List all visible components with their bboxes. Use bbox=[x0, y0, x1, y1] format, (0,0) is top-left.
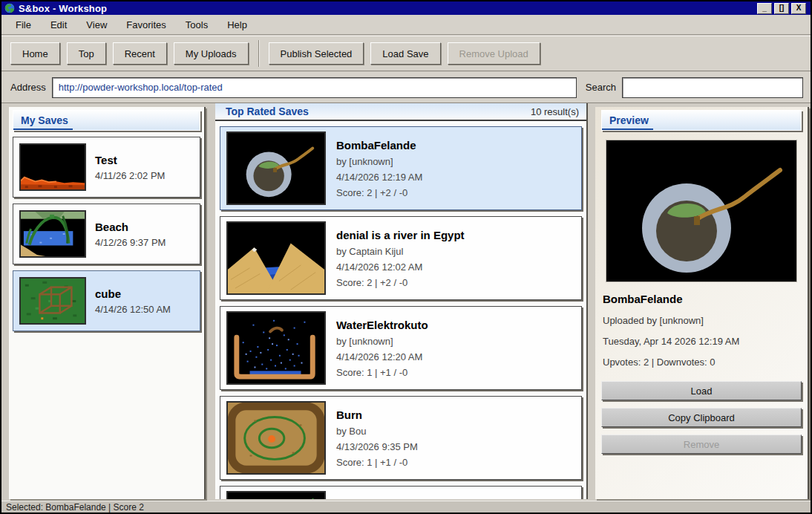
result-author: by [unknown] bbox=[336, 336, 428, 347]
minimize-button[interactable]: _ bbox=[757, 3, 772, 14]
cube-thumbnail bbox=[19, 277, 86, 325]
result-author: by [unknown] bbox=[336, 156, 422, 167]
ocean-thumbnail bbox=[226, 491, 326, 499]
result-author: by Bou bbox=[336, 426, 418, 437]
remove-upload-button: Remove Upload bbox=[448, 42, 540, 65]
my-saves-header-label: My Saves bbox=[13, 114, 73, 130]
my-saves-panel: My Saves Test 4/11/26 2:02 PM bbox=[9, 107, 206, 499]
main-area: My Saves Test 4/11/26 2:02 PM bbox=[1, 103, 811, 501]
top-rated-panel: Top Rated Saves 10 result(s) bbox=[215, 103, 588, 499]
menu-file[interactable]: File bbox=[6, 16, 41, 33]
result-score: Score: 1 | +1 / -0 bbox=[336, 457, 418, 468]
test-thumbnail bbox=[19, 143, 86, 191]
menu-view[interactable]: View bbox=[76, 16, 117, 33]
window-controls: _ [] X bbox=[757, 3, 811, 14]
save-date: 4/14/26 12:50 AM bbox=[95, 304, 171, 315]
home-button[interactable]: Home bbox=[10, 42, 60, 65]
preview-header-label: Preview bbox=[602, 114, 653, 130]
result-item-burn[interactable]: Burn by Bou 4/13/2026 9:35 PM Score: 1 |… bbox=[220, 396, 582, 480]
preview-votes: Upvotes: 2 | Downvotes: 0 bbox=[603, 357, 802, 368]
result-score: Score: 2 | +2 / -0 bbox=[336, 277, 465, 288]
recent-button[interactable]: Recent bbox=[113, 42, 167, 65]
beach-thumbnail bbox=[19, 210, 86, 258]
result-date: 4/13/2026 9:35 PM bbox=[336, 441, 418, 452]
save-title: Test bbox=[95, 154, 165, 166]
result-item-denial[interactable]: denial is a river in Egypt by Captain Ki… bbox=[220, 216, 582, 300]
bombafelande-thumbnail bbox=[226, 131, 326, 205]
status-text: Selected: BombaFelande | Score 2 bbox=[1, 502, 144, 513]
remove-button: Remove bbox=[601, 435, 802, 454]
menu-edit[interactable]: Edit bbox=[41, 16, 76, 33]
save-date: 4/12/26 9:37 PM bbox=[95, 237, 166, 248]
result-title: Burn bbox=[336, 409, 418, 421]
denial-thumbnail bbox=[226, 221, 326, 295]
status-bar: Selected: BombaFelande | Score 2 bbox=[1, 501, 811, 513]
search-input[interactable] bbox=[622, 77, 803, 98]
copy-clipboard-button[interactable]: Copy Clipboard bbox=[601, 408, 802, 427]
menu-favorites[interactable]: Favorites bbox=[117, 16, 175, 33]
maximize-button[interactable]: [] bbox=[774, 3, 789, 14]
top-rated-header: Top Rated Saves 10 result(s) bbox=[215, 103, 586, 121]
window-title: S&box - Workshop bbox=[19, 3, 107, 14]
close-button[interactable]: X bbox=[791, 3, 806, 14]
menu-bar: File Edit View Favorites Tools Help bbox=[1, 15, 811, 35]
result-date: 4/14/2026 12:02 AM bbox=[336, 261, 465, 273]
title-bar: S&box - Workshop _ [] X bbox=[1, 1, 811, 15]
my-uploads-button[interactable]: My Uploads bbox=[174, 42, 249, 65]
preview-date: Tuesday, Apr 14 2026 12:19 AM bbox=[603, 336, 802, 347]
load-button[interactable]: Load bbox=[601, 381, 802, 400]
waterelektrokuto-thumbnail bbox=[226, 311, 326, 385]
toolbar: Home Top Recent My Uploads Publish Selec… bbox=[1, 36, 811, 71]
menu-help[interactable]: Help bbox=[217, 16, 257, 33]
preview-title: BombaFelande bbox=[603, 293, 802, 305]
result-date: 4/14/2026 12:20 AM bbox=[336, 351, 428, 362]
my-save-item-beach[interactable]: Beach 4/12/26 9:37 PM bbox=[13, 204, 200, 264]
result-score: Score: 1 | +1 / -0 bbox=[336, 367, 428, 378]
load-save-button[interactable]: Load Save bbox=[370, 42, 440, 65]
search-label: Search bbox=[577, 82, 622, 93]
save-title: cube bbox=[95, 287, 171, 300]
toolbar-separator bbox=[258, 40, 260, 67]
result-title: WaterElektrokuto bbox=[336, 319, 428, 331]
my-save-item-cube[interactable]: cube 4/14/26 12:50 AM bbox=[13, 270, 200, 331]
result-title: BombaFelande bbox=[336, 139, 422, 152]
result-score: Score: 2 | +2 / -0 bbox=[336, 187, 422, 198]
publish-selected-button[interactable]: Publish Selected bbox=[269, 42, 364, 65]
result-item-ocean[interactable]: ocean bbox=[220, 486, 582, 499]
preview-uploader: Uploaded by [unknown] bbox=[603, 315, 802, 326]
top-button[interactable]: Top bbox=[67, 42, 106, 65]
address-label: Address bbox=[9, 82, 52, 93]
save-date: 4/11/26 2:02 PM bbox=[95, 170, 165, 181]
globe-icon bbox=[4, 2, 16, 14]
result-item-bombafelande[interactable]: BombaFelande by [unknown] 4/14/2026 12:1… bbox=[220, 126, 582, 210]
result-count: 10 result(s) bbox=[526, 106, 586, 120]
top-rated-header-label: Top Rated Saves bbox=[215, 105, 313, 120]
address-input[interactable] bbox=[52, 77, 577, 98]
address-bar: Address Search bbox=[1, 72, 811, 103]
result-title: denial is a river in Egypt bbox=[336, 229, 465, 241]
result-date: 4/14/2026 12:19 AM bbox=[336, 172, 422, 183]
preview-actions: Load Copy Clipboard Remove bbox=[601, 381, 802, 454]
result-item-waterelektrokuto[interactable]: WaterElektrokuto by [unknown] 4/14/2026 … bbox=[220, 306, 582, 390]
preview-image bbox=[606, 140, 797, 282]
workshop-window: S&box - Workshop _ [] X File Edit View F… bbox=[1, 1, 811, 513]
preview-header: Preview bbox=[601, 110, 802, 131]
my-saves-header: My Saves bbox=[13, 110, 200, 131]
preview-panel: Preview BombaFelande Uploaded by [unknow… bbox=[595, 107, 809, 499]
save-title: Beach bbox=[95, 221, 166, 233]
burn-thumbnail bbox=[226, 401, 326, 475]
top-rated-list: BombaFelande by [unknown] 4/14/2026 12:1… bbox=[215, 121, 586, 499]
menu-tools[interactable]: Tools bbox=[176, 16, 217, 33]
my-save-item-test[interactable]: Test 4/11/26 2:02 PM bbox=[13, 137, 200, 198]
result-author: by Captain Kijul bbox=[336, 246, 465, 257]
